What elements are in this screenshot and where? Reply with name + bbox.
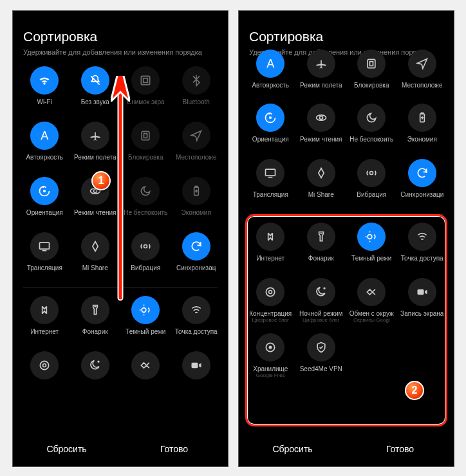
reset-button[interactable]: Сбросить [239, 432, 346, 466]
qs-tile-vibration[interactable]: Вибрация [348, 159, 396, 209]
qs-tile-lock[interactable]: Блокировка [348, 65, 396, 100]
tile-label: Автояркость [26, 154, 63, 161]
dnd-icon [131, 177, 160, 205]
tile-label: Экономия [407, 136, 437, 143]
qs-tile-autobright[interactable]: AАвтояркость [21, 122, 69, 172]
qs-tile-night[interactable]: Ночной режимЦифровое благ [297, 278, 346, 328]
page-subtitle: Удерживайте для добавления или изменения… [23, 48, 218, 56]
qs-tile-orientation[interactable]: Ориентация [247, 104, 295, 154]
tiles-grid-top: Wi-FiБез звукаСнимок экраBluetoothAАвтоя… [13, 62, 228, 286]
bluetooth-icon [182, 66, 210, 95]
reading-icon [307, 104, 335, 132]
qs-tile-lock[interactable]: Блокировка [122, 122, 170, 172]
tiles-grid-top: ОриентацияРежим чтенияНе беспокоитьЭконо… [239, 104, 454, 213]
tile-label: Экономия [182, 209, 211, 216]
qs-tile-battery[interactable]: Экономия [172, 177, 221, 227]
vpn-icon [307, 333, 335, 362]
location-icon [182, 122, 210, 150]
qs-tile-airplane[interactable]: Режим полета [297, 65, 346, 100]
qs-tile-darkmode[interactable]: Темный режи [122, 296, 170, 346]
svg-point-34 [370, 172, 373, 175]
qs-tile-record[interactable]: Запись экрана [398, 278, 447, 328]
night-icon [307, 278, 335, 306]
tiles-grid-bottom: ИнтернетФонарикТемный режиТочка доступаК… [239, 219, 454, 387]
tile-label: Bluetooth [183, 98, 210, 105]
mute-icon [81, 66, 109, 95]
tile-label: Интернет [256, 255, 284, 262]
qs-tile-vpn[interactable]: Seed4Me VPN [297, 333, 346, 383]
lock-icon [357, 50, 386, 78]
qs-tile-focus[interactable] [21, 351, 69, 401]
qs-tile-airplane[interactable]: Режим полета [71, 122, 120, 172]
svg-point-13 [144, 245, 147, 248]
qs-tile-location[interactable]: Местоположе [398, 65, 447, 100]
svg-point-5 [93, 190, 97, 193]
qs-tile-hotspot[interactable]: Точка доступа [398, 223, 447, 273]
page-title: Сортировка [249, 29, 443, 44]
qs-tile-orientation[interactable]: Ориентация [21, 177, 69, 227]
autobright-icon: A [256, 50, 284, 78]
tile-label: Ориентация [252, 136, 289, 143]
qs-tile-storage[interactable]: ХранилищеGoogle Files [247, 333, 295, 383]
divider [249, 214, 443, 215]
tile-label: Точка доступа [401, 255, 443, 262]
qs-tile-location[interactable]: Местоположе [172, 122, 221, 172]
qs-tile-battery[interactable]: Экономия [398, 104, 447, 154]
qs-tile-reading[interactable]: Режим чтения [297, 104, 346, 154]
done-button[interactable]: Готово [120, 432, 228, 466]
flashlight-icon [307, 223, 335, 251]
tile-label: Ночной режим [299, 310, 342, 317]
qs-tile-focus[interactable]: КонцентрацияЦифровое благ [247, 278, 295, 328]
nearby-icon [357, 278, 386, 306]
qs-tile-hotspot[interactable]: Точка доступа [172, 296, 221, 346]
qs-tile-mishare[interactable]: Mi Share [71, 232, 120, 282]
qs-tile-darkmode[interactable]: Темный режи [348, 223, 396, 273]
svg-rect-43 [417, 289, 424, 295]
tile-label: Местоположе [402, 82, 442, 89]
qs-tile-internet[interactable]: Интернет [21, 296, 69, 346]
tile-label: Блокировка [128, 154, 163, 161]
qs-tile-flashlight[interactable]: Фонарик [71, 296, 120, 346]
qs-tile-internet[interactable]: Интернет [247, 223, 295, 273]
tile-label: Seed4Me VPN [300, 365, 342, 372]
svg-rect-0 [142, 76, 150, 84]
qs-tile-cast[interactable]: Трансляция [21, 232, 69, 282]
qs-tile-cast[interactable]: Трансляция [247, 159, 295, 209]
qs-tile-wifi[interactable]: Wi-Fi [21, 66, 69, 116]
qs-tile-record[interactable] [172, 351, 221, 401]
done-button[interactable]: Готово [346, 432, 454, 466]
qs-tile-reading[interactable]: Режим чтения [71, 177, 120, 227]
svg-rect-24 [370, 62, 373, 66]
qs-tile-vibration[interactable]: Вибрация [122, 232, 170, 282]
dnd-icon [357, 104, 386, 132]
tiles-grid-bottom: ИнтернетФонарикТемный режиТочка доступа [13, 292, 228, 405]
nearby-icon [131, 351, 160, 380]
qs-tile-dnd[interactable]: Не беспокоить [122, 177, 170, 227]
qs-tile-nearby[interactable]: Обмен с окружСервисы Googl [348, 278, 396, 328]
qs-tile-mishare[interactable]: Mi Share [297, 159, 346, 209]
svg-rect-2 [142, 131, 149, 140]
qs-tile-flashlight[interactable]: Фонарик [297, 223, 346, 273]
qs-tile-sync[interactable]: Синхронизаци [398, 159, 447, 209]
tile-label: Точка доступа [175, 328, 218, 335]
tile-label: Блокировка [354, 82, 389, 89]
qs-tile-autobright[interactable]: AАвтояркость [247, 65, 295, 100]
svg-rect-29 [421, 113, 423, 114]
sync-icon [182, 232, 210, 261]
tile-label: Не беспокоить [350, 136, 393, 143]
tile-label: Режим чтения [74, 209, 116, 216]
tile-label: Синхронизаци [400, 191, 443, 198]
svg-point-19 [43, 364, 46, 367]
qs-tile-dnd[interactable]: Не беспокоить [348, 104, 396, 154]
qs-tile-sync[interactable]: Синхронизац [172, 232, 221, 282]
qs-tile-nearby[interactable] [122, 351, 170, 401]
qs-tile-night[interactable] [71, 351, 120, 401]
svg-rect-11 [40, 243, 50, 249]
header: Сортировка Удерживайте для добавления ил… [13, 11, 228, 62]
darkmode-icon [357, 223, 386, 251]
reset-button[interactable]: Сбросить [13, 432, 120, 466]
qs-tile-screenshot[interactable]: Снимок экра [122, 66, 170, 116]
qs-tile-mute[interactable]: Без звука [71, 66, 120, 116]
svg-point-25 [270, 117, 272, 119]
qs-tile-bluetooth[interactable]: Bluetooth [172, 66, 221, 116]
